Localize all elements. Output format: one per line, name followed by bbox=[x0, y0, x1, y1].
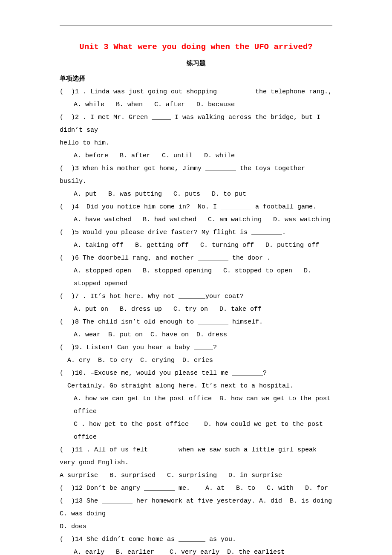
question-line: ( )8 The child isn’t old enough to _____… bbox=[60, 316, 332, 329]
question-line: ( )6 The doorbell rang, and mother _____… bbox=[60, 252, 332, 265]
doc-title: Unit 3 What were you doing when the UFO … bbox=[60, 39, 332, 55]
question-line: ( )11 . All of us felt ______ when we sa… bbox=[60, 444, 332, 469]
top-rule bbox=[60, 26, 332, 26]
option-line: A. before B. after C. until D. while bbox=[60, 150, 332, 162]
option-line: A. wear B. put on C. have on D. dress bbox=[60, 329, 332, 341]
option-line: A. have watched B. had watched C. am wat… bbox=[60, 214, 332, 226]
option-line: A. stopped open B. stopped opening C. st… bbox=[60, 265, 332, 290]
question-line: ( )2 . I met Mr. Green _____ I was walki… bbox=[60, 111, 332, 137]
question-line: ( )4 –Did you notice him come in? –No. I… bbox=[60, 201, 332, 214]
question-line: hello to him. bbox=[60, 137, 332, 150]
option-line: A. cry B. to cry C. crying D. cries bbox=[60, 354, 332, 367]
option-line: A. how we can get to the post office B. … bbox=[60, 393, 332, 418]
question-line: D. does bbox=[60, 520, 332, 533]
question-line: ( )14 She didn’t come home as _______ as… bbox=[60, 533, 332, 546]
question-line: ( )3 When his mother got home, Jimmy ___… bbox=[60, 162, 332, 188]
question-line: A surprise B. surprised C. surprising D.… bbox=[60, 469, 332, 482]
option-line: A. early B. earlier C. very early D. the… bbox=[60, 546, 332, 555]
option-line: A. taking off B. getting off C. turning … bbox=[60, 239, 332, 252]
question-line: ( )7 . It’s hot here. Why not _______you… bbox=[60, 290, 332, 303]
doc-subtitle: 练习题 bbox=[60, 58, 332, 70]
option-line: A. put on B. dress up C. try on D. take … bbox=[60, 303, 332, 316]
question-line: ( )13 She ________ her homework at five … bbox=[60, 495, 332, 520]
question-line: ( )12 Don’t be angry ________ me. A. at … bbox=[60, 482, 332, 495]
question-line: ( )5 Would you please drive faster? My f… bbox=[60, 226, 332, 239]
question-list: ( )1 . Linda was just going out shopping… bbox=[60, 86, 332, 555]
question-line: ( )10. –Excuse me, would you please tell… bbox=[60, 367, 332, 380]
question-line: ( )9. Listen! Can you hear a baby _____? bbox=[60, 341, 332, 354]
option-line: A. put B. was putting C. puts D. to put bbox=[60, 188, 332, 201]
page: Unit 3 What were you doing when the UFO … bbox=[30, 0, 362, 555]
question-line: –Certainly. Go straight along here. It’s… bbox=[60, 380, 332, 393]
option-line: C . how get to the post office D. how co… bbox=[60, 418, 332, 444]
option-line: A. while B. when C. after D. because bbox=[60, 98, 332, 111]
question-line: ( )1 . Linda was just going out shopping… bbox=[60, 86, 332, 98]
section-heading: 单项选择 bbox=[60, 73, 332, 86]
